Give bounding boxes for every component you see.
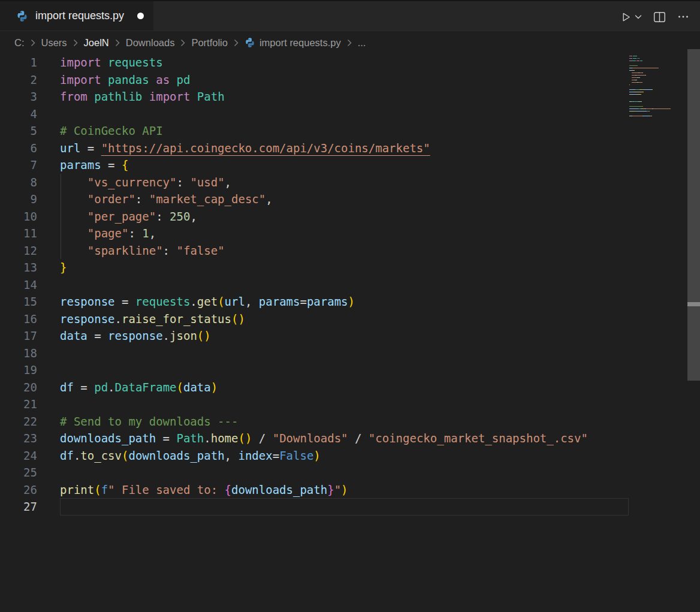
- breadcrumb-item[interactable]: ...: [358, 37, 366, 49]
- line-number[interactable]: 26: [0, 481, 37, 499]
- line-number[interactable]: 2: [0, 71, 37, 89]
- breadcrumb-item[interactable]: import requests.py: [245, 37, 341, 49]
- line-number[interactable]: 16: [0, 310, 37, 328]
- breadcrumb-item[interactable]: Portfolio: [191, 37, 228, 49]
- code-line: 4: [0, 105, 588, 123]
- line-number[interactable]: 24: [0, 447, 37, 465]
- chevron-right-icon: [180, 38, 186, 47]
- overview-ruler-cursor-mark: [687, 302, 700, 306]
- code-line: 9 "order": "market_cap_desc",: [0, 191, 588, 208]
- line-number[interactable]: 27: [0, 498, 37, 515]
- line-number[interactable]: 21: [0, 396, 37, 413]
- split-editor-icon[interactable]: [653, 11, 666, 23]
- python-icon: [245, 37, 255, 48]
- tab-label: import requests.py: [35, 10, 124, 22]
- code-line-content[interactable]: # Send to my downloads ---: [37, 413, 238, 430]
- code-line: 11 "page": 1,: [0, 225, 588, 242]
- line-number[interactable]: 22: [0, 413, 37, 430]
- tab-import-requests[interactable]: import requests.py: [0, 1, 153, 31]
- line-number[interactable]: 8: [0, 174, 37, 191]
- line-number[interactable]: 14: [0, 276, 37, 294]
- line-number[interactable]: 15: [0, 293, 37, 310]
- code-line-content[interactable]: }: [37, 259, 67, 276]
- code-line-content[interactable]: [37, 498, 60, 515]
- code-line-content[interactable]: [37, 396, 60, 413]
- breadcrumb-item[interactable]: C:: [14, 37, 25, 49]
- code-line: 12 "sparkline": "false": [0, 242, 588, 260]
- line-number[interactable]: 23: [0, 430, 37, 447]
- line-number[interactable]: 10: [0, 208, 37, 225]
- code-line-content[interactable]: [37, 105, 60, 123]
- breadcrumb-item[interactable]: Downloads: [126, 37, 175, 49]
- line-number[interactable]: 18: [0, 345, 37, 362]
- code-line: 18: [0, 345, 588, 362]
- code-line: 24df.to_csv(downloads_path, index=False): [0, 447, 588, 465]
- code-line-content[interactable]: [37, 276, 60, 294]
- code-line-content[interactable]: df.to_csv(downloads_path, index=False): [37, 447, 321, 465]
- line-number[interactable]: 5: [0, 122, 37, 140]
- line-number[interactable]: 19: [0, 361, 37, 379]
- code-line: 14: [0, 276, 588, 294]
- run-icon[interactable]: [620, 11, 632, 23]
- breadcrumb-item[interactable]: Users: [41, 37, 67, 49]
- code-line: 26print(f" File saved to: {downloads_pat…: [0, 481, 588, 499]
- line-number[interactable]: 20: [0, 379, 37, 396]
- code-line-content[interactable]: data = response.json(): [37, 327, 211, 345]
- line-number[interactable]: 3: [0, 88, 37, 105]
- editor[interactable]: 1import requests2import pandas as pd3fro…: [0, 53, 700, 612]
- minimap[interactable]: [629, 54, 687, 119]
- code-line: 5# CoinGecko API: [0, 122, 588, 140]
- breadcrumb: C:UsersJoelNDownloadsPortfolioimport req…: [0, 32, 700, 53]
- code-line-content[interactable]: "order": "market_cap_desc",: [37, 191, 273, 208]
- line-number[interactable]: 17: [0, 327, 37, 345]
- vertical-scrollbar-thumb[interactable]: [687, 49, 700, 381]
- code-line-content[interactable]: "page": 1,: [37, 225, 156, 242]
- chevron-right-icon: [233, 38, 239, 47]
- editor-actions: [620, 1, 689, 32]
- code-line-content[interactable]: response.raise_for_status(): [37, 310, 245, 328]
- code-line-content[interactable]: # CoinGecko API: [37, 122, 163, 140]
- line-number[interactable]: 25: [0, 464, 37, 481]
- code-line-content[interactable]: [37, 361, 60, 379]
- more-actions-icon[interactable]: [677, 11, 689, 23]
- code-line-content[interactable]: from pathlib import Path: [37, 88, 225, 105]
- code-line-content[interactable]: [37, 345, 60, 362]
- code-line: 2import pandas as pd: [0, 71, 588, 89]
- code-line: 25: [0, 464, 588, 481]
- code-line-content[interactable]: import requests: [37, 54, 163, 71]
- line-number[interactable]: 9: [0, 191, 37, 208]
- code-line-content[interactable]: url = "https://api.coingecko.com/api/v3/…: [37, 140, 430, 157]
- chevron-right-icon: [30, 38, 36, 47]
- code-line: 22# Send to my downloads ---: [0, 413, 588, 430]
- code-line-content[interactable]: df = pd.DataFrame(data): [37, 379, 218, 396]
- code-line-content[interactable]: response = requests.get(url, params=para…: [37, 293, 355, 310]
- code-line-content[interactable]: print(f" File saved to: {downloads_path}…: [37, 481, 348, 499]
- chevron-down-icon[interactable]: [635, 14, 642, 20]
- code-line: 17data = response.json(): [0, 327, 588, 345]
- line-number[interactable]: 7: [0, 156, 37, 174]
- code-line: 7params = {: [0, 156, 588, 174]
- line-number[interactable]: 11: [0, 225, 37, 242]
- code-line: 16response.raise_for_status(): [0, 310, 588, 328]
- line-number[interactable]: 1: [0, 54, 37, 71]
- breadcrumb-item[interactable]: JoelN: [84, 37, 109, 49]
- line-number[interactable]: 6: [0, 140, 37, 157]
- code-line-content[interactable]: params = {: [37, 156, 128, 174]
- code-line-content[interactable]: "vs_currency": "usd",: [37, 174, 231, 191]
- unsaved-changes-dot[interactable]: [137, 13, 144, 19]
- python-icon: [16, 10, 28, 22]
- code-line-content[interactable]: "per_page": 250,: [37, 208, 197, 225]
- code-line: 27: [0, 498, 588, 515]
- line-number[interactable]: 4: [0, 105, 37, 123]
- code-line-content[interactable]: "sparkline": "false": [37, 242, 225, 260]
- line-number[interactable]: 13: [0, 259, 37, 276]
- code-line: 15response = requests.get(url, params=pa…: [0, 293, 588, 310]
- code-line-content[interactable]: [37, 464, 60, 481]
- chevron-right-icon: [73, 38, 79, 47]
- code-line-content[interactable]: downloads_path = Path.home() / "Download…: [37, 430, 588, 447]
- code-line-content[interactable]: import pandas as pd: [37, 71, 190, 89]
- code-line: 1import requests: [0, 54, 588, 71]
- code-area[interactable]: 1import requests2import pandas as pd3fro…: [0, 54, 588, 515]
- code-line: 10 "per_page": 250,: [0, 208, 588, 225]
- line-number[interactable]: 12: [0, 242, 37, 260]
